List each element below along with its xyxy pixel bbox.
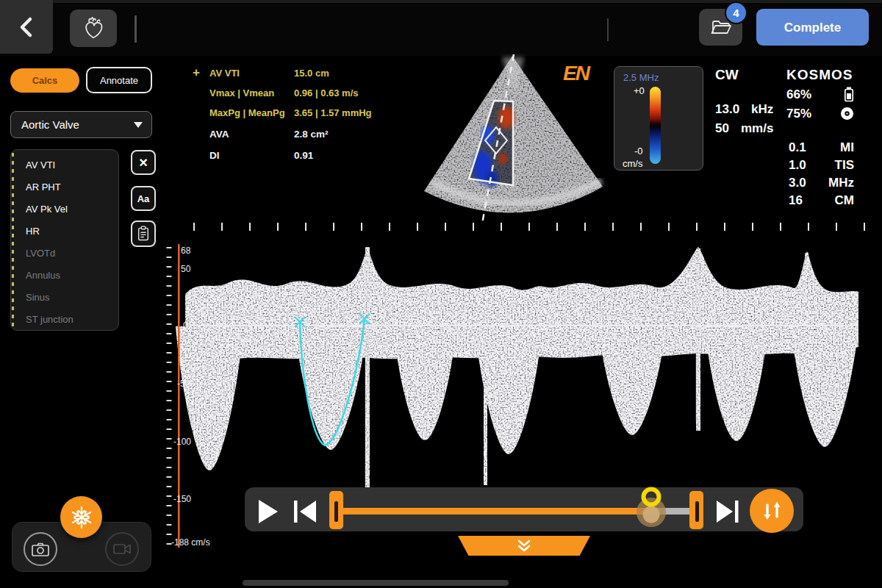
color-scale-bar xyxy=(650,87,661,164)
active-measure-marker: + xyxy=(193,66,200,79)
video-camera-icon xyxy=(112,542,132,556)
device-name: KOSMOS xyxy=(786,68,853,82)
clip-end-marker[interactable] xyxy=(689,491,703,529)
scale-top-label: +0 xyxy=(634,86,645,96)
doppler-prf: 13.0 kHz xyxy=(715,103,773,115)
axis-label-neg100: -100 xyxy=(173,437,191,446)
annotate-label: Annotate xyxy=(100,76,138,85)
measurement-item-label: HR xyxy=(26,226,40,237)
depth-value: 16 xyxy=(789,194,803,207)
preset-value: Aortic Valve xyxy=(21,119,134,130)
scale-frequency: 2.5 MHz xyxy=(623,73,659,82)
measurement-item-lvotd[interactable]: LVOTd xyxy=(11,242,118,264)
axis-label-0: 0 xyxy=(183,321,188,330)
result-label-di: DI xyxy=(209,151,220,161)
drawer-collapse-tab[interactable] xyxy=(458,536,590,556)
result-value-vmax-vmean: 0.96 | 0.63 m/s xyxy=(294,88,358,98)
battery-percent: 66% xyxy=(786,88,811,101)
playback-bar xyxy=(245,487,803,531)
calcs-button[interactable]: Calcs xyxy=(10,68,79,93)
skip-start-button[interactable] xyxy=(294,501,316,523)
axis-label-68: 68 xyxy=(181,246,190,255)
clipboard-icon xyxy=(137,226,150,242)
measurement-item-av-vti[interactable]: AV VTI xyxy=(11,154,118,176)
scale-bottom-label: -0 xyxy=(634,146,643,156)
result-value-ava: 2.8 cm² xyxy=(294,129,329,140)
play-button[interactable] xyxy=(259,500,278,523)
calcs-label: Calcs xyxy=(32,76,58,85)
battery-row: 66% xyxy=(786,87,854,102)
time-axis-ticks xyxy=(193,223,875,231)
measurement-item-sinus[interactable]: Sinus xyxy=(11,286,118,308)
baseline[interactable] xyxy=(193,325,858,326)
result-value-av-vti: 15.0 cm xyxy=(294,68,329,78)
badge-count: 4 xyxy=(733,7,739,18)
measurement-item-annulus[interactable]: Annulus xyxy=(11,264,118,286)
preset-dropdown[interactable]: Aortic Valve xyxy=(10,111,152,138)
exam-type-heart-button[interactable] xyxy=(70,10,117,47)
back-button[interactable] xyxy=(0,0,53,54)
snowflake-icon xyxy=(69,505,94,530)
skip-end-button[interactable] xyxy=(717,501,739,523)
result-label-av-vti: AV VTI xyxy=(209,68,240,78)
measurement-item-hr[interactable]: HR xyxy=(11,220,118,242)
top-bar-divider-right xyxy=(607,18,609,41)
sweep-unit: mm/s xyxy=(741,122,773,135)
text-size-button[interactable]: Aa xyxy=(131,186,156,211)
measurement-item-label: Sinus xyxy=(26,292,50,303)
freq-value: 3.0 xyxy=(789,176,806,189)
loop-button[interactable] xyxy=(750,489,794,533)
doppler-mode: CW xyxy=(715,68,739,82)
index-mi-row: 0.1 MI xyxy=(789,141,854,154)
index-freq-row: 3.0 MHz xyxy=(789,176,854,189)
measurement-item-label: LVOTd xyxy=(26,248,55,259)
bottom-sheet-handle[interactable] xyxy=(243,580,509,586)
measurement-item-av-pk-vel[interactable]: AV Pk Vel xyxy=(11,198,118,220)
clip-start-marker[interactable] xyxy=(329,491,343,529)
measurement-item-label: Annulus xyxy=(26,270,60,281)
axis-label-neg150: -150 xyxy=(173,495,191,503)
prf-value: 13.0 xyxy=(715,103,739,115)
measurement-item-label: ST junction xyxy=(26,314,74,325)
battery-icon xyxy=(844,87,854,102)
freq-label: MHz xyxy=(828,176,854,189)
report-button[interactable] xyxy=(131,220,156,247)
result-label-ava: AVA xyxy=(209,129,229,140)
storage-percent: 75% xyxy=(786,107,811,120)
depth-label: CM xyxy=(835,194,854,207)
heart-icon xyxy=(79,14,107,43)
exam-count-badge: 4 xyxy=(725,1,747,24)
axis-label-50: 50 xyxy=(181,265,190,273)
measurement-item-label: AR PHT xyxy=(26,182,61,193)
axis-label-neg188: -188 cm/s xyxy=(171,538,210,547)
result-label-maxpg-meanpg: MaxPg | MeanPg xyxy=(209,108,285,118)
sweep-value: 50 xyxy=(715,122,729,135)
doppler-sweep: 50 mm/s xyxy=(715,122,773,135)
mi-value: 0.1 xyxy=(789,141,806,154)
index-depth-row: 16 CM xyxy=(789,194,854,207)
close-icon: × xyxy=(139,155,148,170)
back-chevron-icon xyxy=(17,15,36,40)
text-size-label: Aa xyxy=(137,194,150,204)
freeze-button[interactable] xyxy=(60,496,102,538)
capture-video-button[interactable] xyxy=(105,532,139,566)
close-panel-button[interactable]: × xyxy=(131,150,156,175)
complete-button[interactable]: Complete xyxy=(756,9,869,46)
result-label-vmax-vmean: Vmax | Vmean xyxy=(209,88,274,98)
camera-icon xyxy=(31,541,50,557)
chevron-down-icon xyxy=(134,122,143,128)
measurement-list-panel: AV VTI AR PHT AV Pk Vel HR LVOTd Annulus… xyxy=(10,149,119,331)
annotate-button[interactable]: Annotate xyxy=(86,67,152,93)
measurement-item-st-junction[interactable]: ST junction xyxy=(11,308,118,330)
measurement-item-ar-pht[interactable]: AR PHT xyxy=(11,176,118,198)
storage-disk-icon xyxy=(840,107,854,121)
index-tis-row: 1.0 TIS xyxy=(789,159,854,171)
capture-image-button[interactable] xyxy=(24,532,57,566)
mi-label: MI xyxy=(840,141,854,154)
double-chevron-down-icon xyxy=(516,539,532,553)
top-bar-divider-left xyxy=(135,15,137,43)
scale-unit: cm/s xyxy=(623,159,642,168)
scrubber-handle[interactable] xyxy=(637,490,666,528)
storage-row: 75% xyxy=(786,107,854,121)
result-value-di: 0.91 xyxy=(294,151,313,161)
